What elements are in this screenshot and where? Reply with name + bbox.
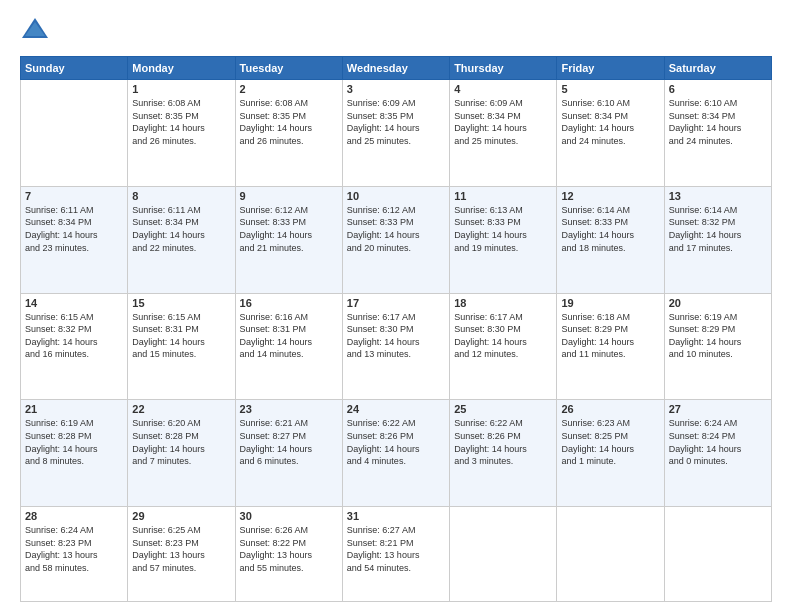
calendar-cell: 28Sunrise: 6:24 AMSunset: 8:23 PMDayligh… (21, 507, 128, 602)
weekday-header: Tuesday (235, 57, 342, 80)
cell-info-line: and 24 minutes. (561, 136, 625, 146)
cell-info-line: Sunset: 8:23 PM (25, 538, 92, 548)
cell-info-line: and 16 minutes. (25, 349, 89, 359)
cell-info-line: Sunset: 8:30 PM (454, 324, 521, 334)
day-number: 28 (25, 510, 123, 522)
calendar-cell: 12Sunrise: 6:14 AMSunset: 8:33 PMDayligh… (557, 186, 664, 293)
cell-info: Sunrise: 6:24 AMSunset: 8:24 PMDaylight:… (669, 417, 767, 467)
cell-info-line: Sunrise: 6:20 AM (132, 418, 201, 428)
cell-info: Sunrise: 6:14 AMSunset: 8:32 PMDaylight:… (669, 204, 767, 254)
calendar-cell: 31Sunrise: 6:27 AMSunset: 8:21 PMDayligh… (342, 507, 449, 602)
cell-info: Sunrise: 6:16 AMSunset: 8:31 PMDaylight:… (240, 311, 338, 361)
cell-info-line: Sunset: 8:35 PM (132, 111, 199, 121)
cell-info-line: Sunset: 8:34 PM (669, 111, 736, 121)
cell-info-line: Daylight: 14 hours (240, 337, 313, 347)
cell-info-line: and 10 minutes. (669, 349, 733, 359)
day-number: 21 (25, 403, 123, 415)
cell-info: Sunrise: 6:15 AMSunset: 8:31 PMDaylight:… (132, 311, 230, 361)
cell-info: Sunrise: 6:21 AMSunset: 8:27 PMDaylight:… (240, 417, 338, 467)
cell-info-line: Daylight: 14 hours (25, 230, 98, 240)
logo-icon (20, 16, 50, 46)
cell-info: Sunrise: 6:17 AMSunset: 8:30 PMDaylight:… (347, 311, 445, 361)
cell-info-line: Sunset: 8:34 PM (25, 217, 92, 227)
day-number: 23 (240, 403, 338, 415)
day-number: 24 (347, 403, 445, 415)
cell-info-line: Sunset: 8:24 PM (669, 431, 736, 441)
cell-info-line: and 1 minute. (561, 456, 616, 466)
calendar-cell: 23Sunrise: 6:21 AMSunset: 8:27 PMDayligh… (235, 400, 342, 507)
calendar-cell: 14Sunrise: 6:15 AMSunset: 8:32 PMDayligh… (21, 293, 128, 400)
calendar-cell: 20Sunrise: 6:19 AMSunset: 8:29 PMDayligh… (664, 293, 771, 400)
calendar-week-row: 14Sunrise: 6:15 AMSunset: 8:32 PMDayligh… (21, 293, 772, 400)
cell-info-line: Sunrise: 6:12 AM (347, 205, 416, 215)
day-number: 22 (132, 403, 230, 415)
cell-info-line: Daylight: 13 hours (347, 550, 420, 560)
cell-info-line: Sunset: 8:32 PM (25, 324, 92, 334)
cell-info: Sunrise: 6:25 AMSunset: 8:23 PMDaylight:… (132, 524, 230, 574)
cell-info: Sunrise: 6:23 AMSunset: 8:25 PMDaylight:… (561, 417, 659, 467)
cell-info-line: Sunrise: 6:17 AM (454, 312, 523, 322)
day-number: 14 (25, 297, 123, 309)
day-number: 27 (669, 403, 767, 415)
day-number: 15 (132, 297, 230, 309)
day-number: 5 (561, 83, 659, 95)
cell-info-line: Daylight: 14 hours (454, 123, 527, 133)
cell-info-line: Sunset: 8:25 PM (561, 431, 628, 441)
cell-info: Sunrise: 6:11 AMSunset: 8:34 PMDaylight:… (132, 204, 230, 254)
day-number: 16 (240, 297, 338, 309)
cell-info-line: Sunrise: 6:21 AM (240, 418, 309, 428)
day-number: 9 (240, 190, 338, 202)
day-number: 3 (347, 83, 445, 95)
cell-info-line: Sunset: 8:33 PM (347, 217, 414, 227)
cell-info: Sunrise: 6:14 AMSunset: 8:33 PMDaylight:… (561, 204, 659, 254)
cell-info-line: Sunrise: 6:11 AM (132, 205, 201, 215)
calendar-cell: 8Sunrise: 6:11 AMSunset: 8:34 PMDaylight… (128, 186, 235, 293)
cell-info-line: and 12 minutes. (454, 349, 518, 359)
cell-info-line: Sunrise: 6:15 AM (25, 312, 94, 322)
calendar-week-row: 21Sunrise: 6:19 AMSunset: 8:28 PMDayligh… (21, 400, 772, 507)
cell-info-line: Sunset: 8:22 PM (240, 538, 307, 548)
calendar-week-row: 1Sunrise: 6:08 AMSunset: 8:35 PMDaylight… (21, 80, 772, 187)
cell-info-line: and 25 minutes. (454, 136, 518, 146)
calendar-week-row: 28Sunrise: 6:24 AMSunset: 8:23 PMDayligh… (21, 507, 772, 602)
weekday-header: Saturday (664, 57, 771, 80)
cell-info-line: Sunset: 8:34 PM (561, 111, 628, 121)
cell-info-line: Daylight: 14 hours (669, 123, 742, 133)
cell-info-line: and 54 minutes. (347, 563, 411, 573)
calendar-cell: 24Sunrise: 6:22 AMSunset: 8:26 PMDayligh… (342, 400, 449, 507)
cell-info: Sunrise: 6:09 AMSunset: 8:35 PMDaylight:… (347, 97, 445, 147)
day-number: 1 (132, 83, 230, 95)
cell-info-line: Daylight: 14 hours (561, 123, 634, 133)
cell-info-line: Sunset: 8:35 PM (240, 111, 307, 121)
cell-info-line: Daylight: 14 hours (347, 337, 420, 347)
cell-info-line: and 20 minutes. (347, 243, 411, 253)
calendar-cell: 30Sunrise: 6:26 AMSunset: 8:22 PMDayligh… (235, 507, 342, 602)
cell-info-line: Sunrise: 6:09 AM (347, 98, 416, 108)
cell-info-line: Sunrise: 6:14 AM (561, 205, 630, 215)
cell-info-line: Sunrise: 6:17 AM (347, 312, 416, 322)
cell-info: Sunrise: 6:22 AMSunset: 8:26 PMDaylight:… (347, 417, 445, 467)
day-number: 26 (561, 403, 659, 415)
cell-info: Sunrise: 6:24 AMSunset: 8:23 PMDaylight:… (25, 524, 123, 574)
cell-info-line: Sunset: 8:23 PM (132, 538, 199, 548)
cell-info-line: Sunrise: 6:16 AM (240, 312, 309, 322)
cell-info: Sunrise: 6:12 AMSunset: 8:33 PMDaylight:… (347, 204, 445, 254)
cell-info-line: Sunrise: 6:10 AM (561, 98, 630, 108)
day-number: 19 (561, 297, 659, 309)
cell-info: Sunrise: 6:26 AMSunset: 8:22 PMDaylight:… (240, 524, 338, 574)
cell-info-line: Sunset: 8:21 PM (347, 538, 414, 548)
cell-info-line: Sunset: 8:28 PM (25, 431, 92, 441)
cell-info-line: Sunrise: 6:25 AM (132, 525, 201, 535)
weekday-header: Sunday (21, 57, 128, 80)
cell-info-line: Daylight: 14 hours (132, 444, 205, 454)
calendar-cell: 16Sunrise: 6:16 AMSunset: 8:31 PMDayligh… (235, 293, 342, 400)
cell-info-line: Daylight: 14 hours (25, 444, 98, 454)
cell-info-line: and 14 minutes. (240, 349, 304, 359)
cell-info: Sunrise: 6:11 AMSunset: 8:34 PMDaylight:… (25, 204, 123, 254)
cell-info-line: and 0 minutes. (669, 456, 728, 466)
cell-info: Sunrise: 6:19 AMSunset: 8:29 PMDaylight:… (669, 311, 767, 361)
cell-info-line: Sunset: 8:28 PM (132, 431, 199, 441)
calendar-cell: 2Sunrise: 6:08 AMSunset: 8:35 PMDaylight… (235, 80, 342, 187)
calendar-cell: 1Sunrise: 6:08 AMSunset: 8:35 PMDaylight… (128, 80, 235, 187)
cell-info-line: Sunset: 8:29 PM (561, 324, 628, 334)
